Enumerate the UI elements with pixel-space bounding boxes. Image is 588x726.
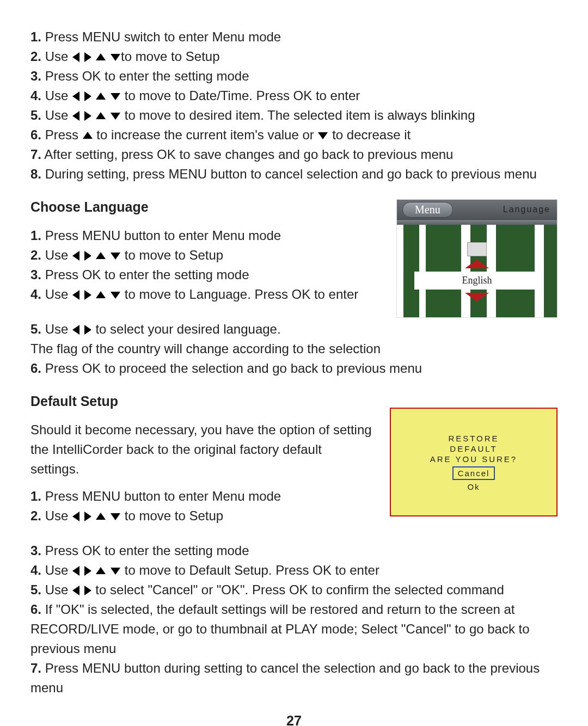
- arrow-down-icon: [111, 513, 120, 520]
- steps-section-b-extra: 5. Use to select your desired language. …: [30, 319, 558, 378]
- step-item: 2. Use to move to Setup: [30, 506, 373, 526]
- step-a7: 7. After setting, press OK to save chang…: [30, 145, 558, 164]
- arrow-down-icon: [111, 292, 120, 299]
- arrow-left-icon: [72, 52, 79, 62]
- arrow-right-icon: [84, 52, 91, 62]
- step-item: 2. Use to move to Setup: [30, 47, 558, 66]
- step-b6: 6. Press OK to proceed the selection and…: [30, 359, 558, 378]
- step-c6: 6. If "OK" is selected, the default sett…: [30, 600, 558, 659]
- arrow-up-icon: [83, 132, 93, 139]
- step-a6: 6. Press to increase the current item's …: [30, 125, 558, 145]
- arrow-left-icon: [72, 290, 79, 300]
- arrow-down-icon: [465, 293, 489, 302]
- step-c5: 5. Use to select "Cancel" or "OK". Press…: [30, 580, 558, 600]
- language-value: English: [414, 272, 540, 290]
- steps-section-b: 1. Press MENU button to enter Menu mode …: [30, 226, 380, 304]
- arrow-down-icon: [111, 253, 120, 260]
- step-item: 3. Press OK to enter the setting mode: [30, 541, 558, 561]
- arrow-left-icon: [72, 566, 79, 576]
- step-item: 1. Press MENU switch to enter Menu mode: [30, 27, 558, 47]
- arrow-right-icon: [84, 290, 91, 300]
- arrow-left-icon: [72, 586, 79, 595]
- arrow-up-icon: [96, 513, 106, 520]
- arrow-up-icon: [465, 260, 489, 268]
- arrow-up-icon: [96, 567, 106, 574]
- restore-line: RESTORE: [448, 434, 499, 443]
- steps-section-c-rest: 3. Press OK to enter the setting mode 4.…: [30, 541, 558, 698]
- step-item: 2. Use to move to Setup: [30, 245, 380, 265]
- step-item: 3. Press OK to enter the setting mode: [30, 265, 380, 285]
- arrow-down-icon: [318, 132, 328, 139]
- arrow-left-icon: [72, 111, 79, 121]
- flag-icon: [467, 242, 487, 256]
- default-setup-screenshot: RESTORE DEFAULT ARE YOU SURE? Cancel Ok: [390, 408, 558, 516]
- menu-pill: Menu: [402, 202, 453, 218]
- arrow-right-icon: [84, 251, 91, 261]
- step-item: 4. Use to move to Language. Press OK to …: [30, 285, 380, 304]
- arrow-right-icon: [84, 325, 91, 335]
- arrow-right-icon: [84, 566, 91, 576]
- step-item: 5. Use to move to desired item. The sele…: [30, 106, 558, 125]
- arrow-right-icon: [84, 512, 91, 521]
- arrow-left-icon: [72, 325, 79, 335]
- step-b5-cont: The flag of the country will change acco…: [30, 339, 558, 359]
- step-c7: 7. Press MENU button during setting to c…: [30, 659, 558, 698]
- arrow-down-icon: [111, 54, 120, 61]
- ok-option: Ok: [467, 482, 480, 491]
- language-menu-screenshot: Menu Language English: [396, 199, 558, 318]
- arrow-right-icon: [84, 586, 91, 595]
- arrow-up-icon: [96, 93, 106, 100]
- arrow-up-icon: [96, 291, 106, 298]
- arrow-up-icon: [96, 252, 106, 259]
- arrow-left-icon: [72, 512, 79, 521]
- step-item: 4. Use to move to Default Setup. Press O…: [30, 561, 558, 580]
- arrow-left-icon: [72, 251, 79, 261]
- default-line: DEFAULT: [450, 444, 497, 453]
- arrow-down-icon: [111, 113, 120, 120]
- sure-line: ARE YOU SURE?: [430, 454, 517, 464]
- steps-section-c-top: 1. Press MENU button to enter Menu mode …: [30, 487, 373, 526]
- heading-choose-language: Choose Language: [30, 199, 380, 215]
- arrow-up-icon: [96, 112, 106, 119]
- arrow-right-icon: [84, 91, 91, 101]
- step-a8: 8. During setting, press MENU button to …: [30, 164, 558, 184]
- cancel-option: Cancel: [452, 466, 495, 480]
- heading-default-setup: Default Setup: [30, 393, 373, 409]
- arrow-right-icon: [84, 111, 91, 121]
- manual-page: 1. Press MENU switch to enter Menu mode …: [0, 0, 588, 726]
- page-number: 27: [30, 713, 558, 726]
- step-item: 4. Use to move to Date/Time. Press OK to…: [30, 86, 558, 106]
- arrow-left-icon: [72, 91, 79, 101]
- step-item: 1. Press MENU button to enter Menu mode: [30, 226, 380, 245]
- steps-section-a: 1. Press MENU switch to enter Menu mode …: [30, 27, 558, 184]
- default-setup-intro: Should it become necessary, you have the…: [30, 420, 373, 479]
- arrow-up-icon: [96, 53, 106, 60]
- arrow-down-icon: [111, 568, 120, 575]
- step-b5: 5. Use to select your desired language.: [30, 319, 558, 339]
- step-item: 3. Press OK to enter the setting mode: [30, 66, 558, 86]
- language-label: Language: [503, 205, 550, 214]
- arrow-down-icon: [111, 93, 120, 100]
- step-item: 1. Press MENU button to enter Menu mode: [30, 487, 373, 506]
